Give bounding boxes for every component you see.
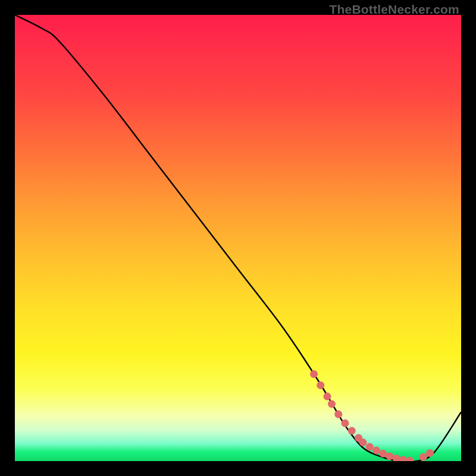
curve-marker [426,449,434,457]
curve-marker [386,452,394,460]
curve-marker [406,457,414,461]
curve-marker [366,443,374,451]
curve-marker [419,453,427,461]
curve-marker [310,370,318,378]
curve-marker [328,400,336,408]
curve-marker [348,427,356,435]
curve-marker [342,419,349,427]
bottleneck-curve [15,15,461,461]
curve-markers [310,370,434,461]
curve-marker [334,411,342,418]
curve-marker [399,456,407,461]
curve-marker [324,393,331,400]
curve-marker [379,450,387,458]
curve-marker [393,455,400,461]
curve-marker [372,447,380,455]
plot-area [15,15,461,461]
curve-svg [15,15,461,461]
curve-marker [359,439,367,446]
chart-frame: TheBottleNecker.com [0,0,476,476]
curve-marker [317,381,324,389]
